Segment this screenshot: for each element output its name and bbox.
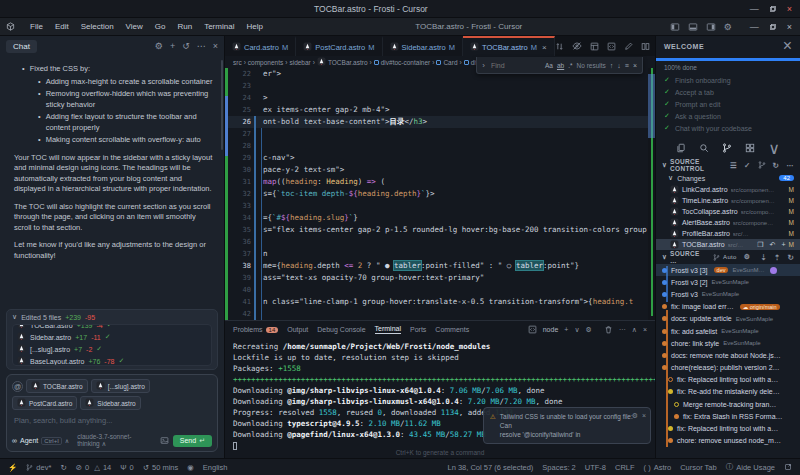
history-icon[interactable]: ↺ — [182, 41, 190, 51]
source-control-icon[interactable] — [722, 143, 732, 153]
welcome-checklist-item[interactable]: ✓Prompt an edit — [656, 98, 800, 110]
edited-file-row[interactable]: [...slug].astro+7-2✓ — [17, 343, 207, 355]
notification-toast[interactable]: ⚠ Tailwind CSS is unable to load your co… — [483, 407, 651, 444]
eye-icon[interactable]: ◉ — [187, 463, 194, 472]
overview-ruler[interactable] — [648, 68, 655, 320]
close-icon[interactable]: × — [633, 62, 637, 69]
find-in-selection-icon[interactable]: ≡ — [625, 62, 629, 69]
window-layout-icon[interactable] — [784, 463, 792, 471]
breadcrumb-item[interactable]: Card — [436, 59, 457, 66]
context-chip[interactable]: Sidebar.astro — [80, 396, 140, 410]
aide-usage[interactable]: ⓘAide Usage — [726, 462, 775, 472]
eol-sequence[interactable]: CRLF — [615, 463, 635, 472]
language-mode[interactable]: ( )Astro — [644, 463, 672, 472]
welcome-checklist-item[interactable]: ✓Ask a question — [656, 110, 800, 122]
next-match-icon[interactable]: ↓ — [617, 62, 621, 69]
panel-tab-ports[interactable]: Ports — [410, 326, 426, 333]
context-chip[interactable]: [...slug].astro — [91, 379, 150, 393]
welcome-checklist-item[interactable]: ✓Chat with your codebase — [656, 122, 800, 134]
push-icon[interactable]: ⇡ — [774, 253, 781, 262]
refresh-icon[interactable]: ↻ — [787, 253, 794, 262]
commit-row[interactable]: chore: link styleEveSunMaple — [656, 337, 800, 349]
edited-file-row[interactable]: Sidebar.astro+17-11✓ — [17, 331, 207, 343]
branch-icon[interactable] — [758, 161, 766, 169]
indentation[interactable]: Spaces: 2 — [542, 463, 575, 472]
close-icon[interactable]: × — [213, 41, 218, 51]
minimize-button[interactable]: — — [750, 4, 759, 14]
close-button[interactable]: × — [787, 22, 792, 32]
problems-indicator[interactable]: ⊘0△14 — [76, 463, 112, 472]
match-case-toggle[interactable]: Aa — [545, 62, 553, 69]
menu-go[interactable]: Go — [150, 20, 171, 33]
toggle-panel-icon[interactable] — [688, 22, 698, 32]
close-icon[interactable]: × — [643, 326, 647, 333]
change-row[interactable]: AlertBase.astrosrc/compone…M — [656, 217, 800, 228]
cursor-logo-icon[interactable] — [0, 22, 21, 31]
git-compare-icon[interactable] — [555, 42, 564, 51]
settings-gear-icon[interactable]: ⚙ — [632, 411, 638, 420]
menu-file[interactable]: File — [25, 20, 48, 33]
panel-tab-debug-console[interactable]: Debug Console — [317, 326, 365, 333]
settings-gear-icon[interactable]: ⚙ — [155, 41, 163, 51]
menu-help[interactable]: Help — [241, 20, 267, 33]
chevron-down-icon[interactable]: ∨ — [574, 326, 579, 334]
menu-view[interactable]: View — [121, 20, 148, 33]
commit-row[interactable]: fix: Replaced linting tool with a… — [656, 422, 800, 434]
menu-terminal[interactable]: Terminal — [199, 20, 239, 33]
welcome-checklist-item[interactable]: ✓Accept a tab — [656, 86, 800, 98]
source-control-section[interactable]: ∨ SOURCE CONTROL ☰ ✓ ↻ ⋯ — [656, 158, 800, 172]
regex-toggle[interactable]: .* — [568, 62, 572, 69]
context-chip[interactable]: PostCard.astro — [12, 396, 77, 410]
welcome-checklist-item[interactable]: ✓Finish onboarding — [656, 74, 800, 86]
extensions-icon[interactable] — [745, 143, 755, 153]
open-file-icon[interactable]: ❐ — [757, 241, 763, 249]
chevron-down-icon[interactable]: ∨ — [768, 139, 780, 158]
split-editor-icon[interactable] — [641, 42, 650, 51]
edited-file-row[interactable]: BaseLayout.astro+76-78✓ — [17, 355, 207, 366]
mention-button[interactable]: @ — [12, 381, 23, 392]
commit-check-icon[interactable]: ✓ — [744, 161, 751, 170]
menu-selection[interactable]: Selection — [76, 20, 119, 33]
change-row[interactable]: TimeLine.astrosrc/componen…M — [656, 195, 800, 206]
language-indicator[interactable]: English — [203, 463, 228, 472]
whole-word-toggle[interactable]: ab — [557, 62, 564, 69]
more-icon[interactable]: ⋯ — [786, 161, 794, 170]
restore-button[interactable] — [769, 23, 777, 31]
panel-tab-comments[interactable]: Comments — [435, 326, 469, 333]
close-icon[interactable]: × — [783, 37, 792, 55]
send-button[interactable]: Send↵ — [173, 435, 212, 447]
fetch-icon[interactable]: ⇣ — [760, 253, 767, 262]
tab-card.astro[interactable]: Card.astroM — [225, 36, 296, 56]
settings-gear-icon[interactable]: ⚙ — [744, 253, 751, 261]
breadcrumb-item[interactable]: TOCBar.astro — [317, 57, 368, 67]
change-row[interactable]: TocCollapse.astrosrc/compo…M — [656, 206, 800, 217]
breadcrumb-item[interactable]: sidebar — [289, 59, 310, 66]
chevron-up-icon[interactable]: ∧ — [632, 326, 637, 334]
commit-row[interactable]: chore: remove unused node_m… — [656, 435, 800, 447]
commit-row[interactable]: Frosti v3 [2]EveSunMaple — [656, 276, 800, 288]
menu-edit[interactable]: Edit — [50, 20, 74, 33]
ports-indicator[interactable]: Ψ0 — [120, 463, 133, 472]
commit-row[interactable]: fix: Extra Slash in RSS Forma… — [656, 410, 800, 422]
open-editors-icon[interactable] — [590, 42, 599, 51]
refresh-icon[interactable]: ↻ — [773, 161, 780, 170]
chevron-down-icon[interactable]: ∨ — [662, 253, 667, 261]
toggle-secondary-sidebar-icon[interactable] — [706, 22, 716, 32]
chat-input-box[interactable]: @TOCBar.astro[...slug].astroPostCard.ast… — [6, 374, 218, 452]
change-row[interactable]: LinkCard.astrosrc/componen…M — [656, 184, 800, 195]
encoding[interactable]: UTF-8 — [585, 463, 606, 472]
tab-sidebar.astro[interactable]: Sidebar.astroM — [383, 36, 463, 56]
usage-timer[interactable]: ↺50 mins — [143, 463, 179, 472]
shell-label[interactable]: node — [543, 326, 559, 333]
commit-row[interactable]: chore(release): publish version 2… — [656, 362, 800, 374]
edited-files-card[interactable]: ∨ Edited 5 files +239 -95 TOCBar.astro+1… — [6, 309, 218, 370]
chevron-down-icon[interactable]: ∨ — [662, 161, 667, 169]
more-icon[interactable]: ⋯ — [197, 41, 206, 51]
commit-row[interactable]: fix: Replaced linting tool with a… — [656, 374, 800, 386]
chat-scrollbar[interactable] — [221, 60, 223, 150]
eye-off-icon[interactable] — [572, 41, 582, 51]
context-chip[interactable]: TOCBar.astro — [26, 379, 88, 393]
remote-indicator[interactable]: ⚡ — [8, 463, 17, 472]
add-terminal-icon[interactable]: + — [564, 326, 568, 333]
restore-button[interactable] — [769, 5, 777, 13]
